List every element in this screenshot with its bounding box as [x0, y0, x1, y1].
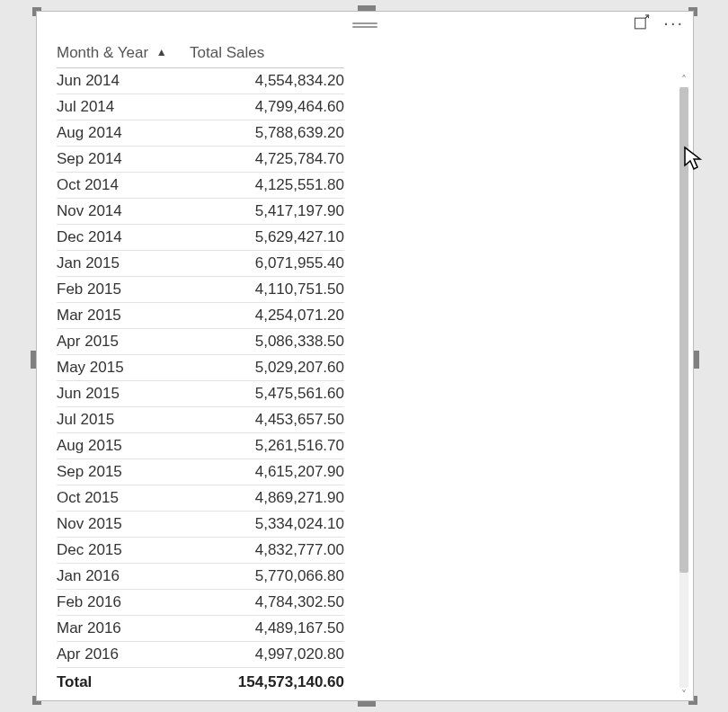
table-row[interactable]: Feb 20154,110,751.50	[57, 277, 344, 303]
table-row[interactable]: Mar 20164,489,167.50	[57, 616, 344, 642]
cell-month: Feb 2016	[57, 590, 190, 616]
cell-sales: 4,489,167.50	[190, 616, 344, 642]
cell-sales: 5,334,024.10	[190, 512, 344, 538]
cell-month: Apr 2015	[57, 329, 190, 355]
resize-handle-bottom[interactable]	[358, 701, 376, 707]
cell-sales: 4,725,784.70	[190, 147, 344, 173]
cell-sales: 4,554,834.20	[190, 68, 344, 94]
cell-month: Dec 2014	[57, 225, 190, 251]
table-row[interactable]: Aug 20155,261,516.70	[57, 433, 344, 459]
cell-sales: 5,475,561.60	[190, 381, 344, 407]
cell-sales: 5,629,427.10	[190, 225, 344, 251]
cell-month: Aug 2014	[57, 120, 190, 147]
cell-month: Oct 2015	[57, 485, 190, 512]
svg-rect-0	[635, 18, 646, 29]
sort-ascending-icon: ▲	[156, 46, 167, 58]
cell-month: Nov 2014	[57, 199, 190, 225]
cell-month: Jan 2015	[57, 251, 190, 277]
table-row[interactable]: Oct 20144,125,551.80	[57, 173, 344, 199]
cell-sales: 5,086,338.50	[190, 329, 344, 355]
scroll-down-arrow-icon[interactable]: ˅	[677, 688, 691, 702]
table-header-row: Month & Year ▲ Total Sales	[57, 39, 344, 68]
cell-month: Mar 2015	[57, 303, 190, 329]
table-row[interactable]: Jul 20154,453,657.50	[57, 407, 344, 433]
table-row[interactable]: Oct 20154,869,271.90	[57, 485, 344, 512]
cell-month: Nov 2015	[57, 512, 190, 538]
table-row[interactable]: Sep 20144,725,784.70	[57, 147, 344, 173]
scrollbar-thumb[interactable]	[679, 87, 688, 573]
cell-month: Feb 2015	[57, 277, 190, 303]
table-row[interactable]: Dec 20145,629,427.10	[57, 225, 344, 251]
table-visual[interactable]: ··· Month & Year ▲ Total Sales Jun	[36, 11, 694, 701]
column-header-month[interactable]: Month & Year ▲	[57, 39, 190, 68]
column-header-sales[interactable]: Total Sales	[190, 39, 344, 68]
cell-month: Jul 2014	[57, 94, 190, 120]
table-row[interactable]: Jun 20144,554,834.20	[57, 68, 344, 94]
cell-sales: 4,832,777.00	[190, 538, 344, 564]
column-header-sales-label: Total Sales	[190, 44, 264, 61]
table-row[interactable]: Apr 20155,086,338.50	[57, 329, 344, 355]
cell-month: Sep 2015	[57, 459, 190, 485]
cell-sales: 4,799,464.60	[190, 94, 344, 120]
table-row[interactable]: Jan 20156,071,955.40	[57, 251, 344, 277]
table-row[interactable]: Nov 20145,417,197.90	[57, 199, 344, 225]
cell-month: Oct 2014	[57, 173, 190, 199]
table-row[interactable]: Feb 20164,784,302.50	[57, 590, 344, 616]
table-row[interactable]: Jul 20144,799,464.60	[57, 94, 344, 120]
cell-sales: 4,125,551.80	[190, 173, 344, 199]
vertical-scrollbar[interactable]: ˄ ˅	[677, 73, 691, 702]
table-scroll-area[interactable]: Month & Year ▲ Total Sales Jun 20144,554…	[57, 39, 673, 700]
table-row[interactable]: Jun 20155,475,561.60	[57, 381, 344, 407]
table-row[interactable]: Mar 20154,254,071.20	[57, 303, 344, 329]
cell-sales: 4,615,207.90	[190, 459, 344, 485]
cell-sales: 5,788,639.20	[190, 120, 344, 147]
cell-sales: 5,029,207.60	[190, 355, 344, 381]
table-row[interactable]: Apr 20164,997,020.80	[57, 642, 344, 668]
cell-month: Dec 2015	[57, 538, 190, 564]
total-row: Total 154,573,140.60	[57, 668, 344, 696]
cell-month: Jun 2015	[57, 381, 190, 407]
cell-month: Jun 2014	[57, 68, 190, 94]
focus-mode-icon[interactable]	[633, 14, 651, 36]
data-table: Month & Year ▲ Total Sales Jun 20144,554…	[57, 39, 344, 695]
table-row[interactable]: Jan 20165,770,066.80	[57, 564, 344, 590]
visual-header: ···	[37, 12, 693, 39]
cell-sales: 5,261,516.70	[190, 433, 344, 459]
cell-month: May 2015	[57, 355, 190, 381]
total-value: 154,573,140.60	[190, 668, 344, 696]
cell-month: Apr 2016	[57, 642, 190, 668]
total-label: Total	[57, 668, 190, 696]
cell-sales: 5,417,197.90	[190, 199, 344, 225]
table-row[interactable]: Aug 20145,788,639.20	[57, 120, 344, 147]
table-row[interactable]: May 20155,029,207.60	[57, 355, 344, 381]
cell-month: Mar 2016	[57, 616, 190, 642]
more-options-icon[interactable]: ···	[663, 13, 684, 37]
column-header-month-label: Month & Year	[57, 44, 148, 61]
cell-sales: 4,784,302.50	[190, 590, 344, 616]
table-row[interactable]: Nov 20155,334,024.10	[57, 512, 344, 538]
scroll-up-arrow-icon[interactable]: ˄	[677, 73, 691, 87]
cell-sales: 6,071,955.40	[190, 251, 344, 277]
cell-month: Jan 2016	[57, 564, 190, 590]
drag-handle-icon[interactable]	[352, 22, 377, 28]
table-row[interactable]: Sep 20154,615,207.90	[57, 459, 344, 485]
cell-sales: 4,110,751.50	[190, 277, 344, 303]
cell-month: Aug 2015	[57, 433, 190, 459]
cell-sales: 4,869,271.90	[190, 485, 344, 512]
cell-sales: 4,453,657.50	[190, 407, 344, 433]
cell-month: Sep 2014	[57, 147, 190, 173]
cell-sales: 4,254,071.20	[190, 303, 344, 329]
cell-sales: 4,997,020.80	[190, 642, 344, 668]
resize-handle-right[interactable]	[694, 351, 699, 369]
table-row[interactable]: Dec 20154,832,777.00	[57, 538, 344, 564]
cell-sales: 5,770,066.80	[190, 564, 344, 590]
cell-month: Jul 2015	[57, 407, 190, 433]
